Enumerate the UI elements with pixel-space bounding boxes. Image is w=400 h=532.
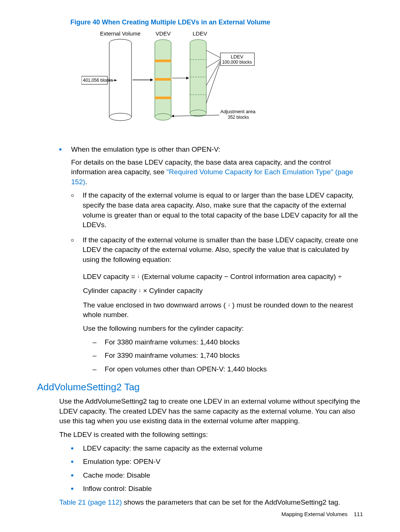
detail-paragraph: For details on the base LDEV capacity, t… bbox=[71, 158, 363, 187]
svg-line-33 bbox=[206, 61, 220, 85]
dash-bullet: – bbox=[93, 364, 97, 374]
section-p3: Table 21 (page 112) shows the parameters… bbox=[59, 498, 363, 508]
bullet-non-openv: When the emulation type is other than OP… bbox=[71, 145, 363, 155]
page-footer: Mapping External Volumes 111 bbox=[281, 511, 363, 517]
bullet-icon bbox=[71, 447, 73, 449]
svg-line-32 bbox=[206, 59, 220, 68]
svg-marker-23 bbox=[186, 77, 189, 80]
svg-marker-21 bbox=[150, 78, 153, 81]
setting-cache: Cache mode: Disable bbox=[83, 471, 150, 481]
figure-caption: Figure 40 When Creating Multiple LDEVs i… bbox=[70, 18, 363, 26]
label-vdev: VDEV bbox=[156, 30, 171, 37]
svg-marker-38 bbox=[171, 115, 174, 117]
ldev-box: LDEV 100,000 blocks bbox=[206, 50, 254, 103]
dash-open: For open volumes other than OPEN-V: 1,44… bbox=[105, 364, 267, 374]
svg-text:LDEV: LDEV bbox=[231, 54, 243, 60]
setting-inflow: Inflow control: Disable bbox=[83, 484, 152, 494]
dash-3380: For 3380 mainframe volumes: 1,440 blocks bbox=[105, 337, 240, 347]
circle-bullet-icon bbox=[71, 194, 74, 197]
down-arrow-icon: ↓ bbox=[228, 301, 230, 309]
svg-rect-12 bbox=[155, 97, 171, 99]
svg-rect-14 bbox=[190, 43, 206, 113]
vdev-cylinder bbox=[155, 40, 171, 120]
label-ldev-top: LDEV bbox=[193, 30, 207, 37]
setting-emulation: Emulation type: OPEN-V bbox=[83, 457, 160, 467]
svg-text:100,000 blocks: 100,000 blocks bbox=[222, 60, 252, 65]
rounding-note: The value enclosed in two downward arrow… bbox=[83, 300, 363, 320]
label-external-volume: External Volume bbox=[100, 30, 140, 37]
bullet-icon bbox=[59, 148, 61, 151]
dash-3390: For 3390 mainframe volumes: 1,740 blocks bbox=[105, 351, 240, 361]
section-p1: Use the AddVolumeSetting2 tag to create … bbox=[59, 397, 363, 426]
bullet-icon bbox=[71, 488, 73, 490]
equation-line2: Cylinder capacity ↓ × Cylinder capacity bbox=[83, 284, 363, 297]
dash-bullet: – bbox=[93, 351, 97, 361]
svg-text:352 blocks: 352 blocks bbox=[228, 115, 249, 120]
sub-bullet-larger: If the capacity of the external volume i… bbox=[83, 191, 363, 230]
dash-bullet: – bbox=[93, 337, 97, 347]
bullet-icon bbox=[71, 461, 73, 463]
figure-diagram: External Volume VDEV LDEV bbox=[81, 30, 363, 130]
svg-rect-10 bbox=[155, 60, 171, 62]
setting-capacity: LDEV capacity: the same capacity as the … bbox=[83, 444, 263, 454]
section-title: AddVolumeSetting2 Tag bbox=[37, 381, 363, 393]
ldev-cylinder bbox=[190, 40, 206, 117]
sub-bullet-smaller: If the capacity of the external volume i… bbox=[83, 235, 363, 265]
svg-line-34 bbox=[206, 62, 220, 103]
section-p2: The LDEV is created with the following s… bbox=[59, 430, 363, 440]
svg-line-31 bbox=[206, 50, 220, 58]
down-arrow-icon: ↓ bbox=[139, 285, 141, 295]
svg-text:Adjustment area: Adjustment area bbox=[220, 109, 256, 114]
bullet-icon bbox=[71, 474, 73, 477]
adjustment-label: Adjustment area 352 blocks bbox=[171, 109, 256, 120]
svg-point-4 bbox=[109, 113, 131, 121]
link-table21[interactable]: Table 21 (page 112) bbox=[59, 498, 122, 506]
svg-rect-11 bbox=[155, 78, 171, 81]
circle-bullet-icon bbox=[71, 239, 74, 242]
cylinder-numbers-intro: Use the following numbers for the cylind… bbox=[83, 324, 363, 334]
equation-line1: LDEV capacity = ↓ (External volume capac… bbox=[83, 270, 363, 283]
svg-point-9 bbox=[155, 114, 171, 120]
